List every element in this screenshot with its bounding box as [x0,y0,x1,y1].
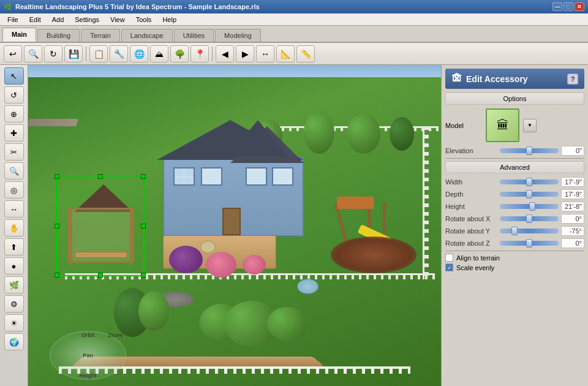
toolbar-btn-copy[interactable]: 📋 [89,45,108,62]
left-btn-gear[interactable]: ⚙ [4,295,24,312]
panel-title: Edit Accessory [466,74,528,84]
left-btn-measure[interactable]: ↔ [4,200,24,218]
height-slider[interactable] [500,204,559,209]
house-window-2 [201,167,222,186]
toolbar-btn-save[interactable]: 💾 [64,45,83,62]
left-btn-circle[interactable]: ◎ [4,181,24,199]
nav-label-orbit: Orbit [81,332,95,338]
help-button[interactable]: ? [567,74,578,85]
elevation-slider-thumb [526,146,532,155]
menu-view[interactable]: View [105,15,130,25]
scale-evenly-checkbox[interactable]: ✓ [445,263,453,271]
tab-modeling[interactable]: Modeling [215,29,261,42]
title-bar-controls[interactable]: — □ ✕ [552,2,584,11]
accessory-icon: 🏚 [451,72,462,85]
toolbar-btn-tree[interactable]: 🌳 [170,45,189,62]
rotate-y-label: Rotate about Y [445,227,497,235]
left-btn-cut[interactable]: ✂ [4,143,24,161]
left-btn-dot[interactable]: ● [4,257,24,274]
toolbar-btn-back[interactable]: ◀ [216,45,234,62]
gazebo-body [68,208,134,263]
depth-label: Depth [445,191,497,198]
left-btn-select[interactable]: ↖ [4,67,24,85]
handle-tr [141,174,146,179]
model-row: Model 🏛 ▼ [445,108,584,142]
toolbar-btn-measure[interactable]: 📏 [296,45,315,62]
main-content: ↖ ↺ ⊕ ✚ ✂ 🔍 ◎ ↔ ✋ ⬆ ● 🌿 ⚙ ☀ 🌍 [0,65,588,386]
rotate-z-row: Rotate about Z 0° [445,238,584,248]
toolbar-btn-ruler[interactable]: 📐 [276,45,295,62]
depth-row: Depth 17'-9" [445,189,584,199]
left-btn-add[interactable]: ✚ [4,124,24,142]
menu-tools[interactable]: Tools [131,15,157,25]
elevation-row: Elevation 0" [445,146,584,156]
width-label: Width [445,178,497,186]
water-feature [297,279,318,294]
nav-label-pan: Pan [83,352,93,358]
gazebo [65,184,141,273]
maximize-button[interactable]: □ [564,2,573,11]
deck-umbrella [200,241,216,253]
toolbar-btn-terrain[interactable]: ⛰ [150,45,168,62]
depth-value: 17'-9" [561,189,584,199]
toolbar-btn-settings[interactable]: 🔧 [110,45,128,62]
width-slider[interactable] [500,180,559,184]
model-preview[interactable]: 🏛 [486,108,519,142]
divider-2 [445,251,584,251]
align-terrain-checkbox[interactable] [445,254,453,262]
tree-3 [390,117,414,151]
menu-file[interactable]: File [2,15,23,25]
left-btn-sun[interactable]: ☀ [4,314,24,331]
menu-edit[interactable]: Edit [24,15,46,25]
width-value: 17'-9" [561,177,584,187]
left-btn-globe[interactable]: 🌍 [4,333,24,350]
tree-front-2 [138,291,169,331]
gazebo-post-1 [70,210,72,265]
left-btn-rotate[interactable]: ↺ [4,86,24,104]
height-value: 21'-8" [561,202,584,211]
tab-building[interactable]: Building [37,29,80,42]
minimize-button[interactable]: — [552,2,562,11]
menu-help[interactable]: Help [157,15,181,25]
rotate-z-slider[interactable] [500,241,559,246]
scale-evenly-row: ✓ Scale evenly [445,263,584,271]
rotate-y-slider[interactable] [500,229,559,233]
tab-landscape[interactable]: Landscape [121,29,173,42]
toolbar-separator-2 [212,47,213,61]
menu-add[interactable]: Add [47,15,69,25]
close-button[interactable]: ✕ [575,2,584,11]
height-label: Height [445,203,497,210]
nav-label-height: Height [80,373,97,379]
rotate-x-slider[interactable] [500,216,559,221]
menu-settings[interactable]: Settings [70,15,104,25]
toolbar-btn-swap[interactable]: ↔ [256,45,274,62]
depth-slider-thumb [526,190,532,199]
toolbar-btn-marker[interactable]: 📍 [190,45,209,62]
left-btn-elevate[interactable]: ⬆ [4,238,24,255]
tab-utilities[interactable]: Utilities [174,29,214,42]
left-btn-zoom[interactable]: 🔍 [4,162,24,180]
toolbar-btn-redo[interactable]: ↻ [44,45,62,62]
left-btn-pan[interactable]: ✋ [4,219,24,237]
elevation-slider[interactable] [500,148,559,153]
platform [337,197,374,209]
handle-mr [141,224,146,229]
left-btn-orbit[interactable]: ⊕ [4,105,24,123]
model-dropdown-button[interactable]: ▼ [523,119,537,132]
title-bar: 🌿 Realtime Landscaping Plus 5 Trial by I… [0,0,588,13]
model-label: Model [445,122,482,129]
toolbar-btn-undo[interactable]: ↩ [4,45,22,62]
height-slider-thumb [529,202,535,211]
viewport[interactable]: Orbit Pan Zoom Height [28,65,441,386]
rotate-z-value: 0° [561,238,584,248]
tab-terrain[interactable]: Terrain [81,29,120,42]
tab-main[interactable]: Main [2,28,36,42]
height-row: Height 21'-8" [445,202,584,211]
toolbar-btn-globe[interactable]: 🌐 [130,45,148,62]
toolbar-btn-search[interactable]: 🔍 [24,45,42,62]
edit-accessory-header: 🏚 Edit Accessory ? [445,69,584,89]
rotate-z-label: Rotate about Z [445,240,497,247]
left-btn-plant[interactable]: 🌿 [4,276,24,293]
toolbar-btn-forward[interactable]: ▶ [236,45,254,62]
depth-slider[interactable] [500,192,559,197]
